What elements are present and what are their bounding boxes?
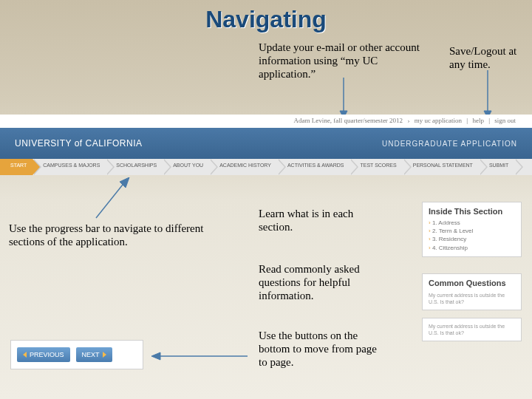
chevron-right-icon bbox=[103, 352, 106, 358]
prev-next-container: PREVIOUS NEXT bbox=[10, 340, 143, 369]
list-item[interactable]: 4. Citizenship bbox=[429, 244, 515, 252]
side-card-inside-section: Inside This Section 1. Address 2. Term &… bbox=[422, 202, 522, 257]
arrow-left-icon bbox=[151, 350, 248, 362]
annotation-learn-section: Learn what is in each section. bbox=[259, 207, 373, 233]
side-card-title: Inside This Section bbox=[423, 202, 521, 219]
nav-activities[interactable]: ACTIVITIES & AWARDS bbox=[277, 159, 350, 175]
arrow-down-icon bbox=[480, 70, 495, 118]
uc-app-label: UNDERGRADUATE APPLICATION bbox=[382, 140, 517, 148]
annotation-update-email: Update your e-mail or other account info… bbox=[259, 41, 434, 81]
side-card-body: My current address is outside the U.S. I… bbox=[423, 318, 521, 341]
side-card-list: 1. Address 2. Term & Level 3. Residency … bbox=[423, 219, 521, 256]
chevron-left-icon bbox=[23, 352, 27, 358]
list-item[interactable]: 2. Term & Level bbox=[429, 227, 515, 235]
topbar-link-signout[interactable]: sign out bbox=[494, 117, 516, 124]
slide-title: Navigating bbox=[0, 0, 532, 33]
side-card-common-questions-2: My current address is outside the U.S. I… bbox=[422, 318, 522, 341]
side-card-body: My current address is outside the U.S. I… bbox=[423, 290, 521, 310]
nav-personal[interactable]: PERSONAL STATEMENT bbox=[403, 159, 479, 175]
svg-line-4 bbox=[96, 181, 126, 218]
annotation-save-logout: Save/Logout at any time. bbox=[449, 44, 523, 71]
nav-academic[interactable]: ACADEMIC HISTORY bbox=[209, 159, 277, 175]
uc-brand: UNIVERSITY of CALIFORNIA bbox=[15, 138, 142, 149]
uc-progress-nav: START CAMPUSES & MAJORS SCHOLARSHIPS ABO… bbox=[0, 159, 532, 175]
list-item[interactable]: 3. Residency bbox=[429, 235, 515, 243]
annotation-read-faq: Read commonly asked questions for helpfu… bbox=[259, 262, 377, 302]
arrow-down-icon bbox=[336, 78, 351, 118]
nav-start[interactable]: START bbox=[0, 159, 33, 175]
topbar-user: Adam Levine, fall quarter/semester 2012 bbox=[293, 117, 403, 124]
side-card-title: Common Questions bbox=[423, 274, 521, 290]
topbar-link-myuc[interactable]: my uc application bbox=[415, 117, 462, 124]
list-item[interactable]: 1. Address bbox=[429, 219, 515, 227]
annotation-use-buttons: Use the buttons on the bottom to move fr… bbox=[259, 329, 388, 369]
next-button[interactable]: NEXT bbox=[76, 347, 112, 362]
uc-topbar: Adam Levine, fall quarter/semester 2012 … bbox=[0, 115, 532, 128]
uc-midbar: UNIVERSITY of CALIFORNIA UNDERGRADUATE A… bbox=[0, 128, 532, 159]
uc-banner: Adam Levine, fall quarter/semester 2012 … bbox=[0, 115, 532, 175]
arrow-diagonal-icon bbox=[89, 177, 133, 222]
side-card-common-questions: Common Questions My current address is o… bbox=[422, 273, 522, 310]
annotation-progress-bar: Use the progress bar to navigate to diff… bbox=[9, 222, 208, 248]
svg-marker-7 bbox=[151, 352, 160, 360]
nav-campuses[interactable]: CAMPUSES & MAJORS bbox=[33, 159, 106, 175]
topbar-link-help[interactable]: help bbox=[472, 117, 484, 124]
previous-button[interactable]: PREVIOUS bbox=[17, 347, 70, 362]
